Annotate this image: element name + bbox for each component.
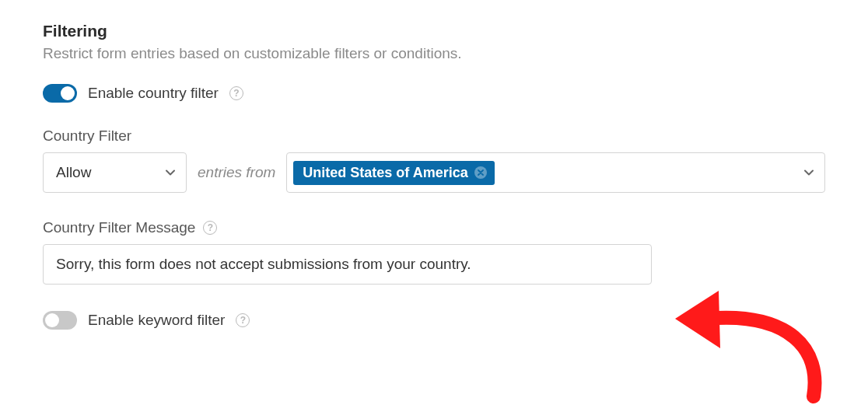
country-chip: United States of America bbox=[293, 161, 494, 185]
country-filter-row: Allow entries from United States of Amer… bbox=[43, 152, 825, 193]
enable-country-filter-label: Enable country filter bbox=[88, 85, 219, 102]
help-icon[interactable]: ? bbox=[203, 221, 217, 235]
section-description: Restrict form entries based on customiza… bbox=[43, 45, 825, 62]
country-select[interactable]: United States of America bbox=[286, 152, 825, 193]
country-chip-label: United States of America bbox=[303, 165, 467, 181]
help-icon[interactable]: ? bbox=[229, 86, 243, 100]
country-filter-label: Country Filter bbox=[43, 127, 825, 145]
close-icon[interactable] bbox=[474, 166, 487, 179]
arrow-annotation bbox=[658, 264, 845, 404]
chevron-down-icon bbox=[164, 166, 177, 179]
entries-from-text: entries from bbox=[198, 164, 275, 181]
country-filter-message-input[interactable] bbox=[43, 244, 652, 285]
help-icon[interactable]: ? bbox=[236, 313, 250, 327]
country-filter-action-value: Allow bbox=[56, 164, 91, 181]
country-filter-message-block: Country Filter Message ? bbox=[43, 219, 825, 285]
enable-country-filter-row: Enable country filter ? bbox=[43, 84, 825, 103]
enable-keyword-filter-row: Enable keyword filter ? bbox=[43, 311, 825, 330]
enable-keyword-filter-toggle[interactable] bbox=[43, 311, 77, 330]
enable-keyword-filter-label: Enable keyword filter bbox=[88, 312, 225, 329]
enable-country-filter-toggle[interactable] bbox=[43, 84, 77, 103]
chevron-down-icon bbox=[803, 166, 815, 179]
country-filter-message-label: Country Filter Message ? bbox=[43, 219, 825, 236]
country-filter-action-select[interactable]: Allow bbox=[43, 152, 187, 193]
section-title: Filtering bbox=[43, 22, 825, 40]
